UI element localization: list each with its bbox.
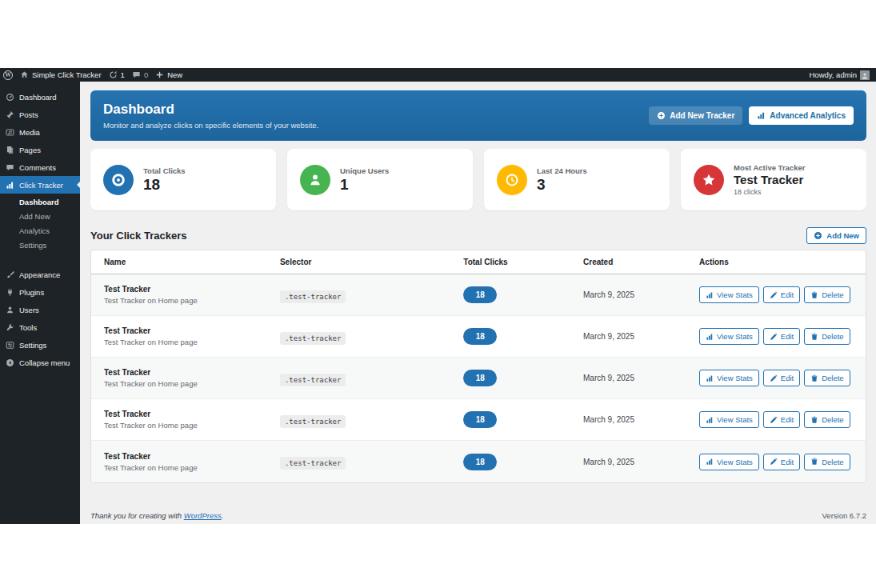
table-row: Test Tracker Test Tracker on Home page .… (91, 441, 866, 482)
stat-card-most-active-tracker: Most Active Tracker Test Tracker 18 clic… (681, 149, 866, 210)
edit-button[interactable]: Edit (763, 411, 800, 428)
pencil-icon (770, 291, 778, 299)
bar-chart-icon (706, 416, 714, 424)
delete-button[interactable]: Delete (804, 286, 850, 303)
view-stats-button[interactable]: View Stats (699, 370, 759, 386)
sidebar-item-users[interactable]: Users (0, 301, 80, 318)
created-date: March 9, 2025 (583, 332, 699, 341)
tracker-description: Test Tracker on Home page (104, 463, 280, 472)
add-new-button[interactable]: Add New (806, 227, 866, 244)
advanced-analytics-button[interactable]: Advanced Analytics (749, 106, 854, 125)
sidebar-item-label: Click Tracker (19, 181, 63, 190)
star-icon (694, 165, 724, 195)
sidebar-item-settings[interactable]: Settings (0, 336, 80, 354)
comments-link[interactable]: 0 (132, 68, 148, 82)
clock-icon (497, 165, 527, 195)
sidebar: DashboardPostsMediaPagesCommentsClick Tr… (0, 82, 80, 524)
submenu-item-dashboard[interactable]: Dashboard (0, 195, 80, 210)
admin-bar: W Simple Click Tracker 1 0 New (0, 68, 876, 82)
tracker-name: Test Tracker (104, 452, 280, 461)
column-header-created: Created (583, 258, 699, 266)
plus-circle-icon (657, 111, 666, 120)
sidebar-item-label: Tools (19, 323, 37, 332)
table-row: Test Tracker Test Tracker on Home page .… (91, 316, 866, 358)
stat-sub: 18 clicks (734, 188, 805, 196)
sidebar-item-appearance[interactable]: Appearance (0, 266, 80, 283)
submenu-item-analytics[interactable]: Analytics (0, 224, 80, 238)
edit-button[interactable]: Edit (763, 454, 800, 470)
sidebar-item-pages[interactable]: Pages (0, 141, 80, 158)
user-icon (6, 306, 14, 314)
site-link[interactable]: Simple Click Tracker (20, 68, 102, 82)
wordpress-link[interactable]: WordPress (184, 511, 222, 520)
created-date: March 9, 2025 (583, 415, 699, 424)
comment-icon (6, 163, 14, 172)
submenu-item-settings[interactable]: Settings (0, 238, 80, 253)
view-stats-button[interactable]: View Stats (699, 286, 759, 303)
table-header: NameSelectorTotal ClicksCreatedActions (91, 250, 866, 274)
edit-button[interactable]: Edit (763, 328, 800, 345)
gauge-icon (6, 93, 14, 102)
stats-row: Total Clicks 18 Unique Users 1 Last 24 H… (90, 149, 866, 210)
view-stats-button[interactable]: View Stats (699, 454, 759, 470)
stat-card-unique-users: Unique Users 1 (287, 149, 473, 210)
stat-label: Unique Users (340, 166, 389, 175)
trash-icon (810, 416, 818, 424)
sidebar-item-label: Posts (19, 110, 38, 119)
clicks-badge: 18 (463, 411, 497, 428)
view-stats-button[interactable]: View Stats (699, 411, 759, 428)
sidebar-item-label: Media (19, 128, 40, 137)
tracker-name: Test Tracker (104, 410, 280, 418)
edit-button[interactable]: Edit (763, 286, 800, 303)
trash-icon (810, 333, 818, 341)
sidebar-item-collapse-menu[interactable]: Collapse menu (0, 354, 80, 371)
tracker-name: Test Tracker (104, 285, 280, 294)
sidebar-item-label: Appearance (19, 270, 60, 279)
pages-icon (6, 146, 14, 154)
delete-button[interactable]: Delete (804, 370, 850, 386)
sidebar-item-plugins[interactable]: Plugins (0, 283, 80, 301)
stat-card-total-clicks: Total Clicks 18 (90, 149, 276, 210)
view-stats-button[interactable]: View Stats (699, 328, 759, 345)
column-header-name: Name (104, 258, 280, 266)
sidebar-item-click-tracker[interactable]: Click Tracker (0, 176, 80, 194)
column-header-total-clicks: Total Clicks (463, 258, 583, 266)
screenshot-canvas: W Simple Click Tracker 1 0 New (0, 0, 876, 588)
bar-chart-icon (706, 458, 714, 466)
delete-button[interactable]: Delete (804, 411, 850, 428)
wordpress-logo-icon[interactable]: W (3, 68, 13, 82)
media-icon (6, 128, 14, 137)
column-header-actions: Actions (699, 258, 853, 266)
delete-button[interactable]: Delete (804, 328, 850, 345)
stat-label: Last 24 Hours (537, 166, 587, 175)
sidebar-submenu: DashboardAdd NewAnalyticsSettings (0, 194, 80, 256)
pencil-icon (770, 416, 778, 424)
update-count: 1 (121, 70, 125, 79)
sidebar-item-label: Users (19, 306, 39, 314)
stat-value: 18 (143, 177, 186, 194)
page-subtitle: Monitor and analyze clicks on specific e… (103, 121, 318, 130)
sidebar-item-media[interactable]: Media (0, 123, 80, 141)
edit-button[interactable]: Edit (763, 370, 800, 386)
howdy-text: Howdy, admin (810, 70, 858, 79)
sidebar-item-comments[interactable]: Comments (0, 158, 80, 176)
delete-button[interactable]: Delete (804, 454, 850, 470)
account-menu[interactable]: Howdy, admin (810, 68, 870, 82)
sidebar-item-label: Dashboard (19, 93, 56, 102)
bar-chart-icon (706, 333, 714, 341)
dashboard-banner: Dashboard Monitor and analyze clicks on … (90, 90, 866, 141)
updates-link[interactable]: 1 (109, 68, 125, 82)
sidebar-item-posts[interactable]: Posts (0, 106, 80, 123)
trackers-table: NameSelectorTotal ClicksCreatedActions T… (90, 250, 866, 483)
column-header-selector: Selector (280, 258, 463, 266)
stat-value: 3 (537, 177, 587, 194)
tracker-description: Test Tracker on Home page (104, 338, 280, 346)
sidebar-item-dashboard[interactable]: Dashboard (0, 88, 80, 106)
new-content-link[interactable]: New (155, 68, 182, 82)
submenu-item-add-new[interactable]: Add New (0, 210, 80, 224)
sliders-icon (6, 341, 14, 350)
sidebar-item-tools[interactable]: Tools (0, 318, 80, 336)
add-new-tracker-button[interactable]: Add New Tracker (649, 106, 742, 125)
site-name: Simple Click Tracker (32, 70, 102, 79)
table-row: Test Tracker Test Tracker on Home page .… (91, 399, 866, 441)
